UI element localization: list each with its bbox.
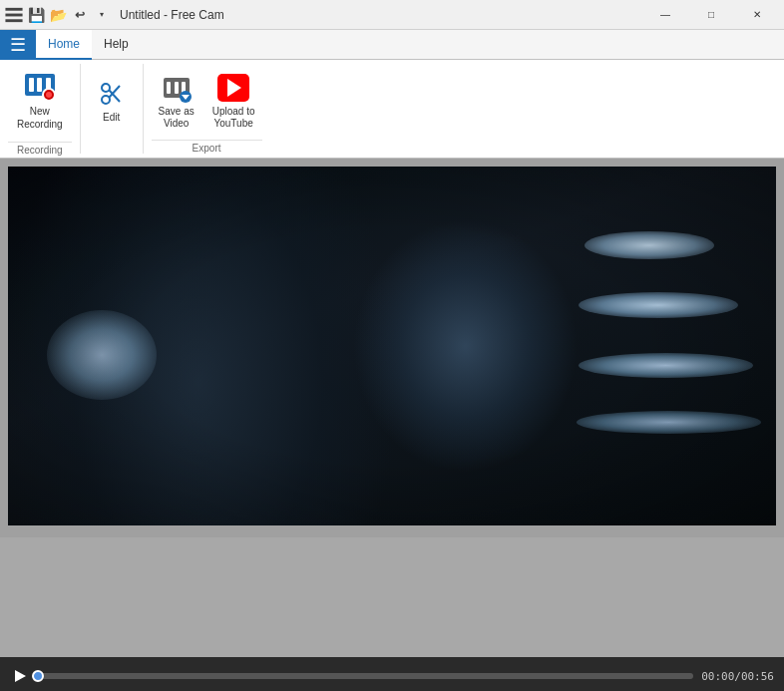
recording-group-items: New Recording <box>8 64 72 140</box>
save-as-video-label: Save as Video <box>159 106 195 130</box>
ribbon-group-edit: Edit | <box>81 64 144 154</box>
bottom-area <box>0 537 784 657</box>
vignette-overlay <box>8 167 776 525</box>
maximize-button[interactable]: □ <box>688 0 734 30</box>
recording-group-label: Recording <box>8 142 72 156</box>
svg-rect-2 <box>5 19 22 22</box>
ribbon-tab-bar: ☰ Home Help <box>0 30 784 60</box>
undo-quick-button[interactable]: ↩ <box>70 5 90 25</box>
play-button[interactable] <box>10 666 30 686</box>
quick-access-dropdown[interactable]: ▾ <box>92 5 112 25</box>
edit-label: Edit <box>103 112 120 124</box>
upload-youtube-icon <box>217 72 249 104</box>
open-quick-button[interactable]: 📂 <box>48 5 68 25</box>
ribbon-group-recording: New Recording Recording <box>0 64 81 154</box>
export-group-items: Save as Video Upload to YouTube <box>152 64 262 138</box>
svg-rect-0 <box>5 7 22 10</box>
video-frame <box>8 167 776 525</box>
svg-point-3 <box>102 84 110 92</box>
new-recording-label: New Recording <box>17 105 63 131</box>
edit-group-items: Edit <box>89 64 135 138</box>
window-title: Untitled - Free Cam <box>120 8 224 22</box>
ribbon-group-export: Save as Video Upload to YouTube Export <box>144 64 270 154</box>
video-scene <box>8 167 776 525</box>
tab-help[interactable]: Help <box>92 30 141 60</box>
app-menu-button[interactable] <box>4 5 24 25</box>
minimize-button[interactable]: — <box>642 0 688 30</box>
title-bar: 💾 📂 ↩ ▾ Untitled - Free Cam — □ ✕ <box>0 0 784 30</box>
upload-youtube-button[interactable]: Upload to YouTube <box>205 67 262 135</box>
progress-bar[interactable] <box>38 673 693 679</box>
tab-home-icon[interactable]: ☰ <box>0 30 36 60</box>
save-quick-button[interactable]: 💾 <box>26 5 46 25</box>
ribbon: ☰ Home Help <box>0 30 784 159</box>
edit-button[interactable]: Edit <box>89 73 135 129</box>
close-button[interactable]: ✕ <box>734 0 780 30</box>
window-controls: — □ ✕ <box>642 0 780 30</box>
edit-icon <box>96 78 128 110</box>
new-recording-button[interactable]: New Recording <box>8 64 72 140</box>
svg-rect-1 <box>5 13 22 16</box>
save-as-video-button[interactable]: Save as Video <box>152 67 201 135</box>
title-bar-left: 💾 📂 ↩ ▾ Untitled - Free Cam <box>4 5 224 25</box>
ribbon-content: New Recording Recording <box>0 60 784 158</box>
progress-thumb[interactable] <box>32 670 44 682</box>
tab-home[interactable]: Home <box>36 30 92 60</box>
player-bar: 00:00/00:56 <box>0 657 784 691</box>
video-container <box>0 159 784 537</box>
export-group-label: Export <box>152 140 262 154</box>
svg-marker-7 <box>15 670 26 682</box>
upload-youtube-label: Upload to YouTube <box>212 106 255 130</box>
time-display: 00:00/00:56 <box>701 670 774 683</box>
save-as-video-icon <box>161 72 193 104</box>
new-recording-icon <box>24 69 56 101</box>
quick-access-toolbar: 💾 📂 ↩ ▾ <box>4 5 112 25</box>
svg-point-4 <box>102 96 110 104</box>
